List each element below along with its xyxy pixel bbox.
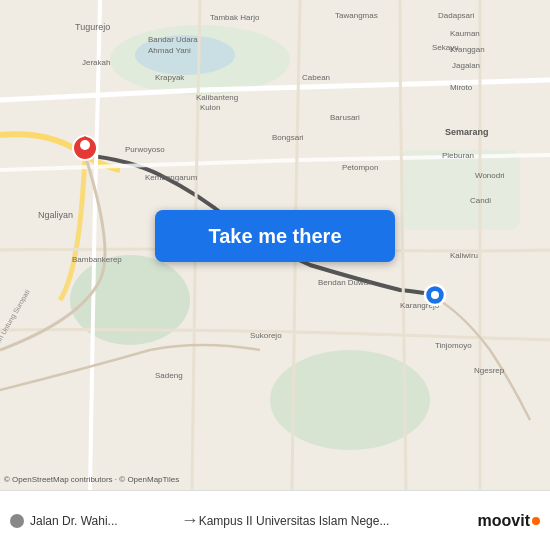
svg-text:Sekayu: Sekayu: [432, 43, 459, 52]
moovit-text: moovit: [478, 512, 530, 530]
moovit-dot-icon: [532, 517, 540, 525]
svg-text:Pleburan: Pleburan: [442, 151, 474, 160]
svg-text:Sadeng: Sadeng: [155, 371, 183, 380]
svg-text:Dadapsari: Dadapsari: [438, 11, 475, 20]
svg-text:Tinjomoyo: Tinjomoyo: [435, 341, 472, 350]
svg-text:Barusari: Barusari: [330, 113, 360, 122]
svg-text:Candi: Candi: [470, 196, 491, 205]
svg-text:Jagalan: Jagalan: [452, 61, 480, 70]
svg-text:Jerakah: Jerakah: [82, 58, 110, 67]
bottom-bar: Jalan Dr. Wahi... → Kampus II Universita…: [0, 490, 550, 550]
svg-point-43: [80, 140, 90, 150]
origin-dot-icon: [10, 514, 24, 528]
svg-text:Tawangmas: Tawangmas: [335, 11, 378, 20]
from-label: Jalan Dr. Wahi...: [30, 514, 118, 528]
svg-text:Bandar Udara: Bandar Udara: [148, 35, 198, 44]
svg-point-1: [70, 255, 190, 345]
take-me-there-button[interactable]: Take me there: [155, 210, 395, 262]
moovit-logo: moovit: [478, 512, 540, 530]
svg-text:Kulon: Kulon: [200, 103, 220, 112]
svg-point-45: [431, 291, 439, 299]
svg-text:Bendan Duwur: Bendan Duwur: [318, 278, 371, 287]
svg-text:Bambankerep: Bambankerep: [72, 255, 122, 264]
route-from: Jalan Dr. Wahi...: [10, 514, 181, 528]
svg-text:Ahmad Yani: Ahmad Yani: [148, 46, 191, 55]
svg-text:Tambak Harjo: Tambak Harjo: [210, 13, 260, 22]
svg-text:Sukorejo: Sukorejo: [250, 331, 282, 340]
svg-text:Kauman: Kauman: [450, 29, 480, 38]
button-label: Take me there: [208, 225, 341, 248]
svg-text:Tugurejo: Tugurejo: [75, 22, 110, 32]
route-arrow-icon: →: [181, 510, 199, 531]
to-label: Kampus II Universitas Islam Nege...: [199, 514, 390, 528]
svg-text:Petompon: Petompon: [342, 163, 378, 172]
svg-text:Kalibanteng: Kalibanteng: [196, 93, 238, 102]
map-container: Tugurejo Jerakah Bandar Udara Ahmad Yani…: [0, 0, 550, 490]
svg-text:Purwoyoso: Purwoyoso: [125, 145, 165, 154]
svg-text:Miroto: Miroto: [450, 83, 473, 92]
svg-text:Ngaliyan: Ngaliyan: [38, 210, 73, 220]
svg-text:Ngesrep: Ngesrep: [474, 366, 505, 375]
svg-text:Semarang: Semarang: [445, 127, 489, 137]
svg-rect-4: [400, 150, 520, 230]
svg-text:Cabean: Cabean: [302, 73, 330, 82]
svg-text:Kaliwiru: Kaliwiru: [450, 251, 478, 260]
svg-text:Wonodri: Wonodri: [475, 171, 505, 180]
svg-text:© OpenStreetMap contributors ·: © OpenStreetMap contributors · © OpenMap…: [4, 475, 179, 484]
svg-text:Kembangarum: Kembangarum: [145, 173, 198, 182]
svg-text:Bongsari: Bongsari: [272, 133, 304, 142]
svg-text:Krapyak: Krapyak: [155, 73, 185, 82]
